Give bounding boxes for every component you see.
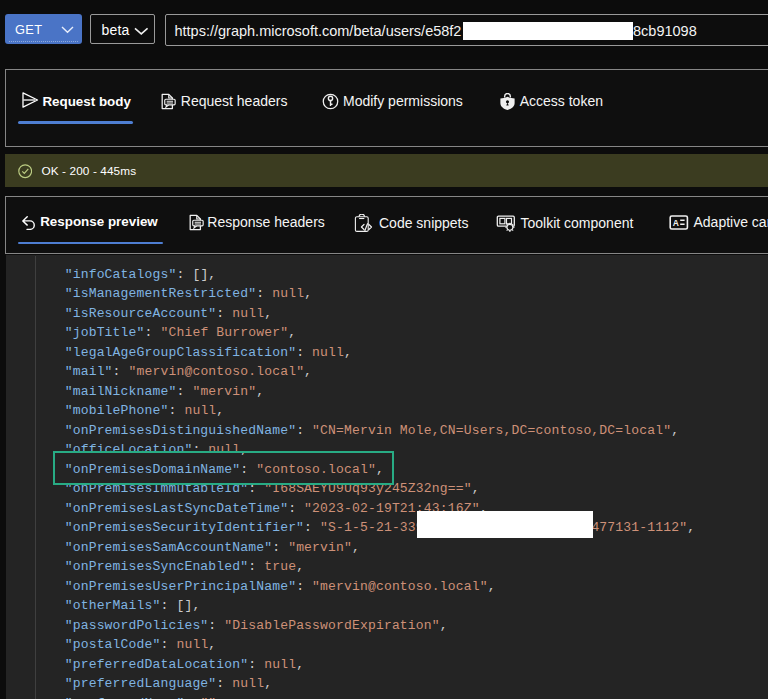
svg-text:A: A [673, 217, 679, 227]
